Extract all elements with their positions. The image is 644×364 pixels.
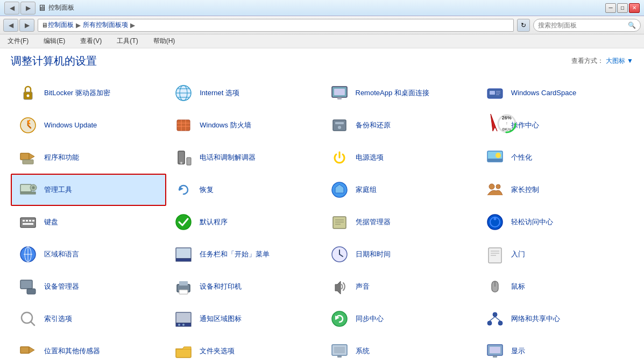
control-item-credmgr[interactable]: 凭据管理器 (322, 206, 478, 238)
control-item-backup[interactable]: 备份和还原 (322, 109, 478, 141)
view-mode-arrow: ▼ (627, 57, 633, 65)
nav-buttons[interactable]: ◀ ▶ (4, 2, 36, 15)
control-item-synccenter[interactable]: 同步中心 (322, 303, 478, 335)
items-grid: BitLocker 驱动器加密Internet 选项RemoteApp 和桌面连… (11, 77, 633, 364)
item-label-phone: 电话和调制解调器 (200, 153, 256, 162)
folder-icon: 🖥 (41, 22, 48, 29)
menu-view[interactable]: 查看(V) (77, 35, 105, 47)
control-item-internet[interactable]: Internet 选项 (166, 77, 322, 109)
control-item-personalize[interactable]: 个性化 (478, 141, 633, 174)
svg-point-36 (32, 187, 35, 189)
item-label-bitlocker: BitLocker 驱动器加密 (44, 89, 110, 98)
control-item-phone[interactable]: 电话和调制解调器 (166, 141, 322, 174)
addr-back-button[interactable]: ◀ (3, 19, 18, 32)
item-icon-winupdate (17, 115, 39, 136)
svg-rect-24 (20, 153, 29, 160)
control-item-firewall[interactable]: Windows 防火墙 (166, 109, 322, 141)
control-item-power[interactable]: 电源选项 (322, 141, 478, 174)
control-item-defaultprog[interactable]: 默认程序 (166, 206, 322, 238)
item-label-indexopts: 索引选项 (44, 315, 72, 324)
control-item-indexopts[interactable]: 索引选项 (11, 303, 166, 335)
item-label-keyboard: 键盘 (44, 218, 58, 227)
control-item-remoteapp[interactable]: RemoteApp 和桌面连接 (322, 77, 478, 109)
control-item-homegroup[interactable]: 家庭组 (322, 174, 478, 206)
content-area[interactable]: 调整计算机的设置 查看方式： 大图标 ▼ BitLocker 驱动器加密Inte… (0, 48, 644, 364)
control-item-easymgr[interactable]: 轻松访问中心 (478, 206, 633, 238)
view-options[interactable]: 查看方式： 大图标 ▼ (571, 56, 633, 66)
refresh-button[interactable]: ↻ (517, 19, 530, 32)
control-item-devprinters[interactable]: 设备和打印机 (166, 270, 322, 303)
control-item-keyboard[interactable]: 键盘 (11, 206, 166, 238)
item-label-mouse: 鼠标 (511, 282, 525, 291)
item-icon-phone (173, 147, 194, 168)
control-item-taskbar[interactable]: 任务栏和「开始」菜单 (166, 238, 322, 270)
control-item-bitlocker[interactable]: BitLocker 驱动器加密 (11, 77, 166, 109)
menu-tools[interactable]: 工具(T) (114, 35, 141, 47)
item-icon-system (329, 340, 350, 362)
menu-bar: 文件(F) 编辑(E) 查看(V) 工具(T) 帮助(H) (0, 34, 644, 48)
menu-help[interactable]: 帮助(H) (150, 35, 179, 47)
control-item-devmgr[interactable]: 设备管理器 (11, 270, 166, 303)
control-item-location[interactable]: 位置和其他传感器 (11, 335, 166, 364)
control-item-mouse[interactable]: 鼠标 (478, 270, 633, 303)
item-icon-admtools (17, 179, 39, 201)
control-item-region[interactable]: 区域和语言 (11, 238, 166, 270)
svg-rect-58 (176, 259, 191, 261)
svg-marker-87 (29, 347, 34, 353)
forward-button[interactable]: ▶ (20, 2, 36, 15)
item-icon-bitlocker (17, 82, 39, 104)
minimize-button[interactable]: ─ (605, 3, 616, 13)
item-icon-actioncenter: 26%↑ 0K/s (484, 115, 506, 136)
search-input[interactable] (538, 22, 626, 29)
item-icon-parental (484, 179, 506, 201)
control-item-actioncenter[interactable]: 26%↑ 0K/s 操作中心 (478, 109, 633, 141)
svg-point-47 (176, 215, 191, 230)
item-icon-datetime (329, 244, 350, 265)
control-item-parental[interactable]: 家长控制 (478, 174, 633, 206)
svg-rect-46 (23, 223, 33, 225)
item-label-folderopt: 文件夹选项 (200, 347, 235, 356)
control-item-datetime[interactable]: 日期和时间 (322, 238, 478, 270)
addr-nav-buttons[interactable]: ◀ ▶ (3, 19, 34, 32)
control-item-admtools[interactable]: 管理工具 (11, 174, 166, 206)
breadcrumb-item-2[interactable]: 所有控制面板项 (83, 20, 128, 30)
control-item-cardspace[interactable]: Windows CardSpace (478, 77, 633, 109)
breadcrumb-item-1[interactable]: 控制面板 (48, 20, 74, 30)
control-item-display[interactable]: 显示 (478, 335, 633, 364)
control-item-programs[interactable]: 程序和功能 (11, 141, 166, 174)
menu-edit[interactable]: 编辑(E) (40, 35, 68, 47)
control-item-network[interactable]: 网络和共享中心 (478, 303, 633, 335)
control-item-sound[interactable]: 声音 (322, 270, 478, 303)
maximize-button[interactable]: □ (617, 3, 628, 13)
item-icon-devprinters (173, 276, 194, 297)
close-button[interactable]: ✕ (629, 3, 640, 13)
address-bar: ◀ ▶ 🖥 控制面板 ▶ 所有控制面板项 ▶ ↻ 🔍 (0, 16, 644, 34)
item-icon-network (484, 308, 506, 330)
window-title: 控制面板 (48, 3, 74, 12)
item-icon-internet (173, 82, 194, 104)
page-header: 调整计算机的设置 查看方式： 大图标 ▼ (11, 54, 633, 68)
control-item-system[interactable]: 系统 (322, 335, 478, 364)
control-item-notifyicons[interactable]: 通知区域图标 (166, 303, 322, 335)
back-button[interactable]: ◀ (4, 2, 19, 15)
item-label-restore: 恢复 (200, 185, 214, 195)
menu-file[interactable]: 文件(F) (4, 35, 32, 47)
control-item-winupdate[interactable]: Windows Update (11, 109, 166, 141)
svg-rect-75 (176, 312, 191, 323)
search-bar[interactable]: 🔍 (533, 19, 641, 32)
svg-rect-33 (20, 184, 31, 192)
addr-forward-button[interactable]: ▶ (19, 19, 34, 32)
svg-rect-45 (32, 220, 34, 222)
item-icon-mouse (484, 276, 506, 297)
breadcrumb-bar[interactable]: 🖥 控制面板 ▶ 所有控制面板项 ▶ (38, 19, 514, 32)
control-item-restore[interactable]: 恢复 (166, 174, 322, 206)
window-controls[interactable]: ─ □ ✕ (605, 3, 640, 13)
svg-rect-28 (187, 158, 191, 165)
svg-rect-67 (27, 289, 36, 294)
view-mode-link[interactable]: 大图标 ▼ (606, 56, 633, 66)
item-icon-location (17, 340, 39, 362)
svg-rect-8 (334, 89, 345, 95)
control-item-getstarted[interactable]: 入门 (478, 238, 633, 270)
control-item-folderopt[interactable]: 文件夹选项 (166, 335, 322, 364)
main-container: 调整计算机的设置 查看方式： 大图标 ▼ BitLocker 驱动器加密Inte… (0, 48, 644, 364)
